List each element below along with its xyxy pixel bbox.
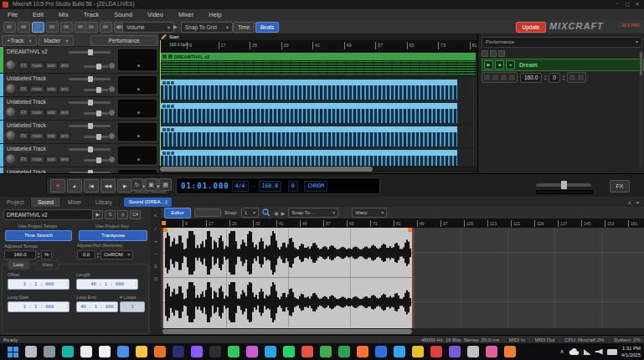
snip-taskbar-icon[interactable] xyxy=(117,346,129,357)
audio-clip-header[interactable] xyxy=(161,126,457,132)
timeline-lane[interactable] xyxy=(159,125,477,148)
track-solo-button[interactable]: solo xyxy=(45,85,58,93)
minimize-button[interactable]: – xyxy=(612,1,622,6)
clip-loop-icon[interactable] xyxy=(167,81,170,85)
track-pan-knob[interactable] xyxy=(108,132,116,140)
network-icon[interactable] xyxy=(584,349,591,355)
rewind-to-start-button[interactable]: |◀ xyxy=(84,179,99,193)
search-taskbar-icon[interactable] xyxy=(25,346,37,357)
chrome-taskbar-icon[interactable] xyxy=(412,346,424,357)
track-mute-button[interactable]: mute xyxy=(29,132,44,140)
track-fx-button[interactable]: FX xyxy=(18,132,28,140)
track-solo-button[interactable]: solo xyxy=(45,132,58,140)
clip-lock-icon[interactable] xyxy=(171,128,174,131)
track-type-icon[interactable] xyxy=(6,84,15,93)
clip-close-icon[interactable] xyxy=(162,81,166,85)
track-pan-knob[interactable] xyxy=(108,109,116,116)
root-note-icon[interactable]: C4 xyxy=(130,210,141,219)
track-volume-slider[interactable] xyxy=(69,148,111,151)
track-row[interactable]: DREAMTHVL v2 FXmutesoloarm xyxy=(0,47,159,74)
tempo-display[interactable]: 160.0 xyxy=(259,181,282,192)
offset-field[interactable]: 1 : 1 : 000▴▾ xyxy=(8,279,70,290)
start-button-icon[interactable] xyxy=(7,346,18,357)
track-arm-button[interactable]: arm xyxy=(59,85,71,93)
target-tool-icon[interactable]: ⊙ xyxy=(153,276,157,281)
seg-cell[interactable] xyxy=(508,74,516,81)
track-row[interactable]: Unlabeled Track FXmutesoloarm xyxy=(0,144,159,167)
marker-pencil-icon[interactable] xyxy=(161,34,166,39)
performance-scroll-thumb[interactable] xyxy=(640,52,642,75)
store-taskbar-icon[interactable] xyxy=(80,346,92,357)
seg-cell[interactable] xyxy=(483,74,491,81)
editor-hscroll-thumb[interactable] xyxy=(162,329,412,334)
taskbar-clock[interactable]: 1:31 PM 4/1/2025 xyxy=(621,345,641,358)
beats-mode-button[interactable]: Beats xyxy=(255,22,279,33)
loop-subtab[interactable]: Loop xyxy=(8,260,29,270)
clip-loop-icon[interactable] xyxy=(167,152,170,155)
onedrive-cloud-icon[interactable] xyxy=(569,348,580,356)
scroll-left-icon[interactable]: ◀ xyxy=(274,210,278,216)
track-type-icon[interactable] xyxy=(6,154,15,163)
track-volume-slider[interactable] xyxy=(69,78,111,80)
num-loops-field[interactable]: 1 xyxy=(120,301,145,312)
record-button[interactable]: ● xyxy=(50,179,65,193)
clip-loop-icon[interactable] xyxy=(167,105,170,108)
track-arm-button[interactable]: arm xyxy=(59,132,71,140)
audio-clip[interactable] xyxy=(160,149,458,166)
performance-header-select[interactable]: Performance ▾ xyxy=(482,37,642,48)
track-type-icon[interactable] xyxy=(6,131,15,140)
timeline-hscrollbar[interactable] xyxy=(159,166,477,172)
discord-taskbar-icon[interactable] xyxy=(191,346,203,357)
warp-subtab[interactable]: Warp xyxy=(36,260,59,270)
performance-scrollbar[interactable] xyxy=(639,50,643,167)
add-track-button[interactable]: +Track ▾ xyxy=(2,35,37,46)
track-pan-slider[interactable] xyxy=(84,136,111,138)
zoom-in-tool-icon[interactable]: + xyxy=(154,239,157,244)
region-end-handle[interactable] xyxy=(408,228,412,232)
speaker-tool-icon[interactable] xyxy=(46,22,59,33)
track-pan-slider[interactable] xyxy=(84,159,111,162)
track-mute-button[interactable]: mute xyxy=(29,85,44,93)
volume-prev-icon[interactable]: ◀ xyxy=(116,23,120,29)
zoom-out-tool-icon[interactable]: − xyxy=(154,251,157,256)
spin-down-icon[interactable]: ▾ xyxy=(66,284,68,287)
audio-region[interactable] xyxy=(162,228,414,328)
time-stretch-button[interactable]: Time Stretch xyxy=(5,230,72,241)
tab-sound[interactable]: Sound xyxy=(31,198,61,207)
track-row[interactable]: Unlabeled Track FXmutesoloarm xyxy=(0,97,159,121)
performance-clip-name[interactable]: Dream xyxy=(519,62,538,68)
audio-clip-waveform[interactable] xyxy=(161,132,457,147)
menu-item-mixer[interactable]: Mixer xyxy=(171,9,201,20)
seg-cell[interactable] xyxy=(492,74,499,81)
perf-mini-button[interactable] xyxy=(482,50,488,57)
mode-seg-control[interactable] xyxy=(567,72,586,83)
pen-tool-icon[interactable] xyxy=(100,22,112,33)
master-volume-slider[interactable] xyxy=(536,183,591,187)
timeline-lane[interactable]: DREAMTHVL v2 xyxy=(159,51,477,78)
timeline-hscroll-thumb[interactable] xyxy=(160,167,373,172)
orange-app-taskbar-icon[interactable] xyxy=(504,346,516,357)
envelope-select[interactable]: Volume ▾ xyxy=(122,22,174,33)
split-tool-icon[interactable] xyxy=(32,22,44,33)
zoom-icon[interactable] xyxy=(262,208,270,217)
position-display[interactable]: 01:01.000 xyxy=(181,182,229,190)
close-button[interactable]: ✕ xyxy=(632,1,642,7)
spin-down-icon[interactable]: ▾ xyxy=(115,306,116,310)
editor-toggle-button[interactable]: Editor xyxy=(164,208,191,219)
loop-start-spinner[interactable]: ▴▾ xyxy=(66,303,68,310)
clip-key-value[interactable]: 0 xyxy=(549,73,560,83)
preview-play-icon[interactable]: ▶ xyxy=(92,210,103,219)
timeline-lane[interactable] xyxy=(159,78,477,101)
audio-clip[interactable] xyxy=(160,102,458,125)
seg-cell[interactable] xyxy=(577,74,585,81)
update-button[interactable]: Update xyxy=(516,22,546,33)
perf-mini-button[interactable] xyxy=(490,50,497,57)
explorer-taskbar-icon[interactable] xyxy=(136,346,147,357)
tray-chevron-icon[interactable]: ∧ xyxy=(560,348,564,355)
key-spinner[interactable]: ▴▾ xyxy=(563,75,564,81)
clip-record-icon[interactable]: ● xyxy=(506,60,515,69)
snap-select[interactable]: Snap To Grid ▾ xyxy=(181,22,233,33)
track-pan-slider[interactable] xyxy=(84,112,111,115)
track-volume-slider[interactable] xyxy=(69,51,111,54)
track-arm-button[interactable]: arm xyxy=(59,62,71,69)
